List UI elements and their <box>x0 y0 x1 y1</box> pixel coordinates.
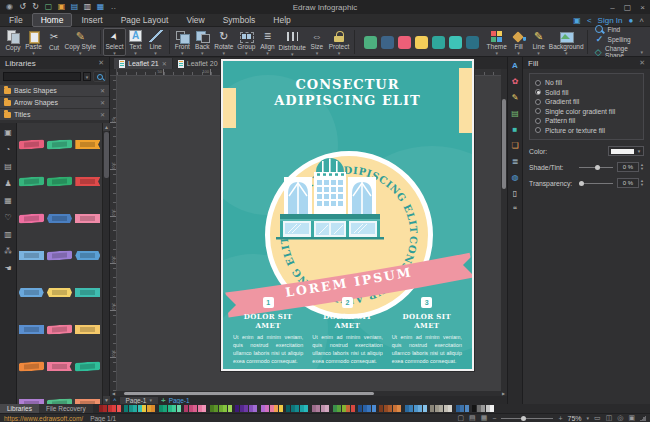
transparency-slider[interactable] <box>579 183 613 184</box>
palette-swatch[interactable] <box>99 405 103 412</box>
palette-swatch[interactable] <box>279 405 283 412</box>
fit-page-icon[interactable]: ▭ <box>594 414 601 422</box>
palette-swatch[interactable] <box>346 405 350 412</box>
palette-swatch[interactable] <box>312 405 316 412</box>
shade-tint-value[interactable]: 0 % <box>617 162 639 172</box>
palette-swatch[interactable] <box>202 405 206 412</box>
menu-view[interactable]: View <box>177 13 213 27</box>
copy-button[interactable]: Copy <box>3 28 23 56</box>
library-scrollbar[interactable]: ▲ ▼ <box>102 123 109 404</box>
palette-swatch[interactable] <box>240 405 244 412</box>
shape-thumbnail[interactable] <box>47 139 72 149</box>
palette-swatch[interactable] <box>151 405 155 412</box>
palette-swatch[interactable] <box>379 405 383 412</box>
palette-swatch[interactable] <box>358 405 362 412</box>
palette-swatch[interactable] <box>439 405 443 412</box>
palette-swatch[interactable] <box>486 405 490 412</box>
poster-column-2[interactable]: 2 DOLOR SIT AMET Ut enim ad minim veniam… <box>312 297 382 365</box>
send-to-back-button[interactable]: Back▾ <box>192 28 212 56</box>
bring-to-front-button[interactable]: Front▾ <box>172 28 192 56</box>
close-button[interactable]: × <box>640 3 645 12</box>
file-recovery-bottom-tab[interactable]: File Recovery <box>39 404 93 413</box>
zoom-out-icon[interactable]: − <box>492 415 496 422</box>
palette-swatch[interactable] <box>444 405 448 412</box>
palette-swatch[interactable] <box>300 405 304 412</box>
libraries-bottom-tab[interactable]: Libraries <box>0 404 39 413</box>
shapes-category-icon[interactable]: ▣ <box>4 129 12 137</box>
option-single-color-gradient[interactable]: Single color gradient fill <box>535 107 638 117</box>
resize-grip[interactable] <box>640 415 646 421</box>
fit-width-icon[interactable]: ◫ <box>606 414 613 422</box>
palette-swatch[interactable] <box>163 405 167 412</box>
background-button[interactable]: Background▾ <box>549 28 584 56</box>
chart-category-icon[interactable]: ◔ <box>6 146 11 154</box>
zoom-in-icon[interactable]: + <box>558 415 562 422</box>
library-group-basic-shapes[interactable]: Basic Shapes ✕ <box>0 85 109 96</box>
palette-swatch[interactable] <box>228 405 232 412</box>
palette-swatch[interactable] <box>388 405 392 412</box>
line-format-button[interactable]: Line▾ <box>529 28 549 56</box>
radio-icon[interactable] <box>535 108 541 114</box>
fill-button[interactable]: Fill▾ <box>509 28 529 56</box>
export-share-icon[interactable]: ▣ <box>573 16 581 25</box>
gesture-category-icon[interactable]: ☚ <box>4 265 11 273</box>
palette-swatch[interactable] <box>172 405 176 412</box>
palette-swatch[interactable] <box>198 405 202 412</box>
palette-swatch[interactable] <box>405 405 409 412</box>
palette-swatch[interactable] <box>393 405 397 412</box>
shape-thumbnail[interactable] <box>47 176 72 186</box>
close-tab-icon[interactable]: ✕ <box>162 60 167 67</box>
library-search-input[interactable] <box>3 72 81 81</box>
fill-tool-icon[interactable]: ■ <box>513 126 518 134</box>
shape-thumbnail[interactable] <box>47 324 72 334</box>
palette-swatch[interactable] <box>214 405 218 412</box>
font-tool-icon[interactable]: A <box>512 62 518 70</box>
spinner-arrows[interactable]: ▲▼ <box>640 179 644 187</box>
paste-button[interactable]: Paste▾ <box>23 28 44 56</box>
palette-swatch[interactable] <box>219 405 223 412</box>
copy-style-button[interactable]: Copy Style▾ <box>64 28 97 56</box>
document-tool-icon[interactable]: ≣ <box>512 158 519 166</box>
size-button[interactable]: Size▾ <box>307 28 327 56</box>
theme-swatch[interactable] <box>398 36 411 49</box>
distribute-button[interactable]: Distribute▾ <box>277 28 306 56</box>
collapse-pages-icon[interactable]: ˄ <box>113 397 117 403</box>
option-no-fill[interactable]: No fill <box>535 78 638 88</box>
minimize-button[interactable]: – <box>610 3 614 12</box>
shape-thumbnail[interactable] <box>47 250 72 260</box>
palette-swatch[interactable] <box>291 405 295 412</box>
select-button[interactable]: Select▾ <box>103 28 125 56</box>
palette-swatch[interactable] <box>363 405 367 412</box>
style-tool-icon[interactable]: ✿ <box>512 78 519 86</box>
close-group-icon[interactable]: ✕ <box>100 111 105 118</box>
palette-swatch[interactable] <box>265 405 269 412</box>
spelling-button[interactable]: Spelling <box>595 35 643 44</box>
palette-swatch[interactable] <box>177 405 181 412</box>
edrawsoft-link[interactable]: https://www.edrawsoft.com/ <box>4 415 83 422</box>
align-button[interactable]: Align▾ <box>257 28 277 56</box>
theme-swatch[interactable] <box>381 36 394 49</box>
shape-thumbnail[interactable] <box>75 214 100 223</box>
palette-swatch[interactable] <box>286 405 290 412</box>
share-icon[interactable]: < <box>587 16 592 25</box>
option-pattern-fill[interactable]: Pattern fill <box>535 116 638 126</box>
palette-swatch[interactable] <box>235 405 239 412</box>
option-gradient-fill[interactable]: Gradient fill <box>535 97 638 107</box>
spinner-arrows[interactable]: ▲▼ <box>640 163 644 171</box>
palette-swatch[interactable] <box>316 405 320 412</box>
people-category-icon[interactable]: ♟ <box>4 180 11 188</box>
shape-thumbnail[interactable] <box>75 251 100 260</box>
palette-swatch[interactable] <box>147 405 151 412</box>
palette-swatch[interactable] <box>333 405 337 412</box>
poster-title[interactable]: CONSECTUR ADIPISCING ELIT <box>223 77 472 110</box>
palette-swatch[interactable] <box>274 405 278 412</box>
shape-thumbnail[interactable] <box>47 288 72 297</box>
slider-handle[interactable] <box>595 165 600 170</box>
shape-thumbnail[interactable] <box>75 288 100 297</box>
palette-swatch[interactable] <box>295 405 299 412</box>
palette-swatch[interactable] <box>133 405 137 412</box>
radio-icon[interactable] <box>535 99 541 105</box>
palette-swatch[interactable] <box>337 405 341 412</box>
palette-swatch[interactable] <box>372 405 376 412</box>
line-button[interactable]: Line▾ <box>146 28 166 56</box>
